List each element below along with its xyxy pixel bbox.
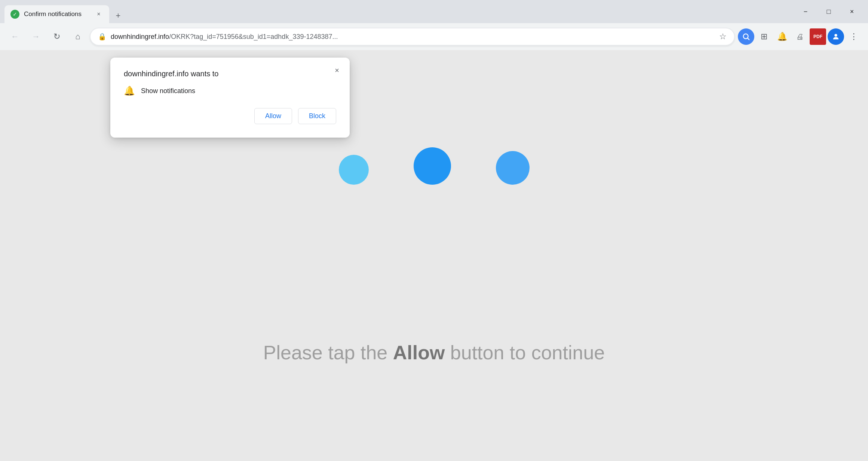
browser-window: ✓ Confirm notifications × + − □ × ← → ↻ … — [0, 0, 868, 461]
address-path: /OKRK?tag_id=751956&sub_id1=adhdk_339-12… — [169, 33, 338, 40]
circle-2 — [414, 147, 451, 185]
reload-button[interactable]: ↻ — [48, 28, 66, 46]
home-button[interactable]: ⌂ — [69, 28, 87, 46]
circle-3 — [496, 151, 530, 185]
address-text: downhindingref.info/OKRK?tag_id=751956&s… — [111, 33, 715, 41]
lock-icon: 🔒 — [98, 33, 106, 41]
page-instruction: Please tap the Allow button to continue — [263, 341, 605, 364]
new-tab-button[interactable]: + — [111, 8, 126, 23]
bookmark-icon[interactable]: ☆ — [719, 32, 727, 42]
window-controls: − □ × — [794, 3, 864, 21]
toolbar-icons: ⊞ 🔔 🖨 PDF ⋮ — [738, 28, 862, 45]
instruction-suffix: button to continue — [445, 342, 605, 363]
page-content: × downhindingref.info wants to 🔔 Show no… — [0, 50, 868, 461]
browser-menu-button[interactable]: ⋮ — [846, 28, 862, 45]
address-bar[interactable]: 🔒 downhindingref.info/OKRK?tag_id=751956… — [90, 28, 735, 46]
svg-point-2 — [834, 34, 837, 37]
title-bar: ✓ Confirm notifications × + − □ × — [0, 0, 868, 23]
pdf-extension-icon[interactable]: PDF — [810, 28, 826, 45]
svg-line-1 — [748, 38, 749, 40]
instruction-prefix: Please tap the — [263, 342, 393, 363]
close-button[interactable]: × — [840, 3, 864, 21]
bell-icon: 🔔 — [124, 86, 135, 96]
profile-icon[interactable] — [828, 28, 844, 45]
maximize-button[interactable]: □ — [817, 3, 840, 21]
active-tab[interactable]: ✓ Confirm notifications × — [4, 5, 109, 23]
extension-icon-1[interactable]: ⊞ — [756, 28, 772, 45]
dialog-title: downhindingref.info wants to — [124, 70, 336, 78]
tab-title: Confirm notifications — [24, 10, 90, 18]
dialog-buttons: Allow Block — [124, 108, 336, 124]
dialog-permission-row: 🔔 Show notifications — [124, 86, 336, 96]
dialog-close-button[interactable]: × — [330, 64, 344, 77]
tab-favicon: ✓ — [10, 10, 19, 19]
tab-close-button[interactable]: × — [94, 10, 103, 19]
navigation-bar: ← → ↻ ⌂ 🔒 downhindingref.info/OKRK?tag_i… — [0, 23, 868, 50]
forward-button[interactable]: → — [27, 28, 45, 46]
tab-strip: ✓ Confirm notifications × + — [4, 0, 794, 23]
extension-icon-3[interactable]: 🖨 — [792, 28, 808, 45]
extension-icon-2[interactable]: 🔔 — [774, 28, 790, 45]
notification-dialog: × downhindingref.info wants to 🔔 Show no… — [110, 58, 350, 138]
block-button[interactable]: Block — [298, 108, 336, 124]
back-button[interactable]: ← — [6, 28, 24, 46]
address-domain: downhindingref.info — [111, 33, 169, 40]
allow-button[interactable]: Allow — [254, 108, 292, 124]
circle-1 — [339, 155, 369, 185]
instruction-allow: Allow — [393, 342, 445, 363]
minimize-button[interactable]: − — [794, 3, 817, 21]
search-extension-icon[interactable] — [738, 28, 754, 45]
blue-circles-decoration — [339, 147, 530, 185]
permission-text: Show notifications — [141, 87, 195, 95]
